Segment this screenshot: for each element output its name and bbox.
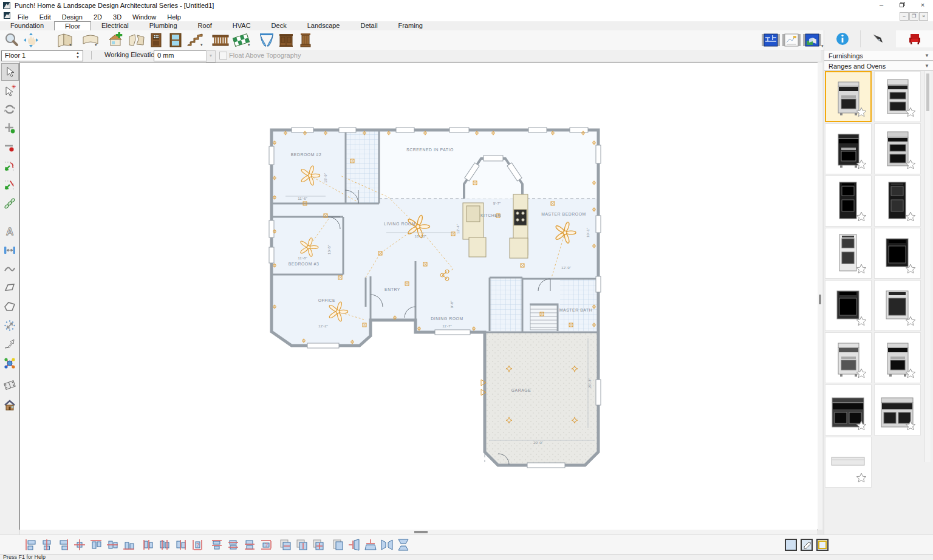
wall-tool-dropdown[interactable]: ▾ (69, 43, 72, 47)
home-view-tool[interactable] (1, 397, 18, 413)
equal-vertical-spacing-button[interactable]: ? (259, 538, 273, 552)
tab-floor[interactable]: Floor (54, 21, 91, 31)
catalog-item-commercial-range-stainless[interactable] (874, 384, 921, 435)
minimize-button[interactable]: – (871, 0, 892, 11)
view-2d-plan-button[interactable] (762, 32, 780, 49)
column-tool-button[interactable] (296, 32, 315, 49)
cabinet-tool-button[interactable] (277, 32, 295, 49)
tab-detail[interactable]: Detail (350, 21, 388, 30)
catalog-item-wall-oven-black-with-drawer[interactable] (874, 176, 921, 227)
catalog-item-vent-panel[interactable] (825, 437, 872, 488)
menu-3d[interactable]: 3D (108, 13, 127, 21)
tab-landscape[interactable]: Landscape (297, 21, 350, 30)
view-mode-dropdown[interactable]: ▾ (821, 44, 824, 49)
railing-tool-button[interactable]: ' (211, 32, 230, 49)
menu-window[interactable]: Window (127, 13, 162, 21)
add-room-tool-button[interactable] (107, 32, 125, 49)
floor-select[interactable]: Floor 1 ▲▼ (1, 50, 83, 61)
catalog-item-wall-oven-double-white[interactable] (825, 228, 872, 279)
mdi-close-button[interactable]: × (919, 12, 928, 21)
close-button[interactable]: × (912, 0, 933, 11)
add-point-tool[interactable] (1, 120, 18, 136)
outline-view-button[interactable] (815, 538, 830, 552)
catalog-scrollbar[interactable] (924, 71, 931, 462)
drawing-canvas[interactable]: BEDROOM #2 SCREENED IN PATIO BEDROOM #3 … (19, 63, 818, 530)
polygon-tool[interactable] (1, 298, 18, 315)
window-tool-button[interactable] (166, 32, 185, 49)
menu-file[interactable]: File (12, 13, 34, 21)
distribute-left-edges-button[interactable] (141, 538, 156, 552)
pattern-view-button[interactable] (799, 538, 814, 552)
catalog-item-range-double-oven-stainless[interactable] (874, 71, 921, 122)
dimension-tool[interactable] (1, 242, 18, 258)
select-tool[interactable] (1, 63, 19, 81)
match-size-button[interactable] (311, 538, 326, 552)
info-panel-tab[interactable] (824, 30, 861, 47)
canvas-vertical-scrollbar[interactable] (818, 63, 822, 530)
tab-deck[interactable]: Deck (261, 21, 297, 30)
subcategory-dropdown[interactable]: Ranges and Ovens▼ (824, 61, 933, 71)
flip-vertical-button[interactable] (363, 538, 378, 552)
floor-spinner[interactable]: ▲▼ (74, 51, 81, 60)
distribute-vertical-centers-button[interactable] (157, 538, 172, 552)
catalog-item-range-black[interactable] (825, 123, 872, 174)
mirror-horizontal-button[interactable] (380, 538, 394, 552)
tab-framing[interactable]: Framing (388, 21, 433, 30)
furniture-panel-tab[interactable] (896, 30, 933, 47)
fillet-corner-tool[interactable] (1, 157, 18, 174)
align-center-point-button[interactable] (72, 538, 87, 552)
flooring-dropdown[interactable]: ▾ (248, 43, 250, 47)
menu-help[interactable]: Help (162, 13, 186, 21)
menu-edit[interactable]: Edit (34, 13, 56, 21)
pan-tool-button[interactable] (22, 32, 40, 49)
match-height-button[interactable] (295, 538, 309, 552)
mirror-vertical-button[interactable] (396, 538, 411, 552)
align-left-button[interactable] (23, 538, 38, 552)
polyline-tool[interactable] (1, 279, 18, 296)
stairs-dropdown[interactable]: ▾ (200, 43, 203, 47)
chamfer-corner-tool[interactable] (1, 176, 18, 193)
curve-tool[interactable] (1, 261, 18, 277)
equal-horizontal-spacing-button[interactable]: ? (190, 538, 205, 552)
tab-electrical[interactable]: Electrical (91, 21, 139, 30)
select-similar-tool[interactable]: ✳ (1, 82, 18, 98)
text-tool[interactable]: A (1, 223, 18, 239)
align-middle-horizontal-button[interactable] (105, 538, 120, 552)
zoom-tool-button[interactable] (2, 32, 21, 49)
tab-foundation[interactable]: Foundation (0, 21, 54, 30)
duplicate-button[interactable] (330, 538, 345, 552)
delete-point-tool[interactable] (1, 138, 18, 155)
distribute-bottom-edges-button[interactable] (242, 538, 257, 552)
catalog-item-wall-oven-black[interactable] (874, 228, 921, 279)
align-center-vertical-button[interactable] (39, 538, 54, 552)
align-top-button[interactable] (89, 538, 103, 552)
menu-2d[interactable]: 2D (88, 13, 108, 21)
catalog-item-range-cooktop-stainless[interactable] (874, 332, 921, 383)
view-3d-button[interactable] (803, 32, 821, 49)
catalog-item-commercial-range-dark[interactable] (825, 384, 872, 435)
drawing-tools-panel-tab[interactable] (860, 30, 897, 47)
catalog-item-wall-oven-stainless[interactable] (874, 280, 921, 331)
mdi-restore-button[interactable]: ❐ (909, 12, 918, 21)
door-tool-button[interactable] (147, 32, 165, 49)
working-elevation-input[interactable]: 0 mm (154, 50, 209, 61)
catalog-item-gas-range-stainless[interactable] (825, 332, 872, 383)
view-elevation-button[interactable] (782, 32, 801, 49)
rotate-tool[interactable] (1, 101, 18, 117)
tab-roof[interactable]: Roof (188, 21, 222, 30)
walkthrough-tool[interactable] (1, 377, 18, 393)
catalog-item-wall-oven-dark-combo[interactable] (825, 280, 872, 331)
curtain-tool-button[interactable] (258, 32, 276, 49)
flip-horizontal-button[interactable] (347, 538, 361, 552)
elastic-chain-tool[interactable] (1, 195, 18, 211)
curved-wall-dropdown[interactable]: ▾ (95, 43, 97, 47)
move-selection-tool[interactable] (1, 317, 18, 333)
connector-tool[interactable] (1, 355, 18, 371)
mdi-minimize-button[interactable]: – (900, 12, 909, 21)
canvas-horizontal-scrollbar[interactable] (19, 530, 817, 534)
tab-hvac[interactable]: HVAC (222, 21, 261, 30)
pointer-arrow-tool[interactable] (1, 336, 18, 352)
menu-design[interactable]: Design (56, 13, 88, 21)
catalog-item-range-double-oven-black-stainless[interactable] (874, 123, 921, 174)
catalog-item-wall-oven-double-black[interactable] (825, 176, 872, 227)
